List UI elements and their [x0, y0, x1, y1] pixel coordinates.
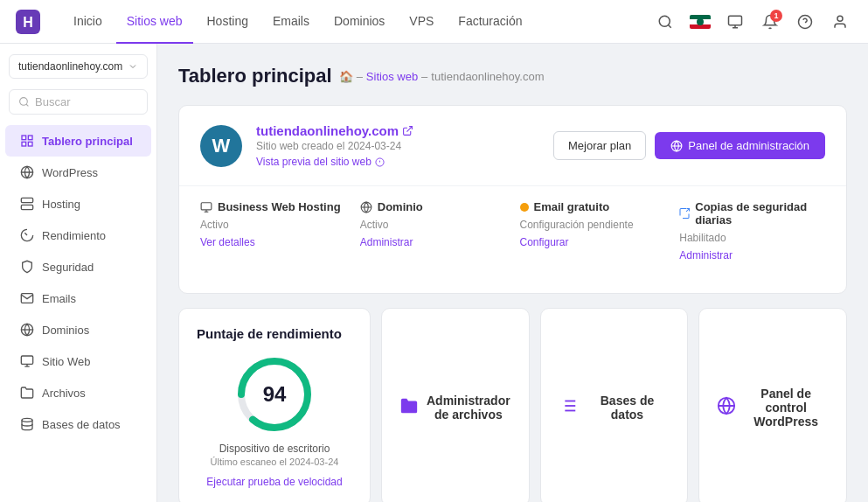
widget-archivos-label: Administrador de archivos: [426, 394, 511, 422]
nav-right: 1: [651, 8, 854, 36]
site-info: tutiendaonlinehoy.com Sitio web creado e…: [256, 123, 539, 168]
performance-last-scan: Último escaneo el 2024-03-24: [197, 457, 352, 467]
service-email-title: Email gratuito: [520, 200, 666, 213]
services-row: Business Web Hosting Activo Ver detalles…: [200, 200, 825, 261]
service-backup-title: Copias de seguridad diarias: [679, 200, 825, 227]
nav-hosting[interactable]: Hosting: [197, 0, 259, 44]
service-backup: Copias de seguridad diarias Habilitado A…: [679, 200, 825, 261]
domain-selector[interactable]: tutiendaonlinehoy.com: [9, 54, 148, 79]
nav-inicio[interactable]: Inicio: [63, 0, 113, 44]
service-hosting: Business Web Hosting Activo Ver detalles: [200, 200, 346, 261]
service-dominio-link[interactable]: Administrar: [360, 236, 506, 248]
monitor-icon: [19, 353, 35, 369]
sidebar-item-tablero[interactable]: Tablero principal: [5, 125, 151, 157]
sidebar-search[interactable]: Buscar: [9, 89, 148, 115]
shield-icon: [19, 259, 35, 275]
sidebar-item-seguridad[interactable]: Seguridad: [5, 251, 151, 282]
svg-rect-11: [28, 142, 32, 146]
panel-admin-button[interactable]: Panel de administración: [655, 132, 825, 159]
widget-archivos[interactable]: Administrador de archivos: [381, 308, 530, 502]
nav-vps[interactable]: VPS: [399, 0, 444, 44]
user-icon[interactable]: [826, 8, 854, 36]
service-dominio-title: Dominio: [360, 200, 506, 213]
breadcrumb-sep: –: [357, 70, 363, 83]
svg-point-6: [837, 16, 843, 21]
site-preview-link[interactable]: Vista previa del sitio web: [256, 156, 539, 168]
wp-logo: W: [200, 125, 242, 167]
sidebar-item-bases-datos[interactable]: Bases de datos: [5, 408, 151, 440]
service-backup-link[interactable]: Administrar: [679, 249, 825, 261]
database-widget-icon: [559, 396, 578, 418]
notifications-icon[interactable]: 1: [756, 8, 784, 36]
site-card: W tutiendaonlinehoy.com Sitio web creado…: [178, 105, 847, 294]
sidebar-item-rendimiento[interactable]: Rendimiento: [5, 220, 151, 251]
nav-sitios-web[interactable]: Sitios web: [116, 0, 193, 44]
performance-card: Puntaje de rendimiento 94 Dispositivo de…: [178, 308, 371, 502]
sidebar-item-label: Sitio Web: [42, 355, 90, 368]
service-hosting-link[interactable]: Ver detalles: [200, 236, 346, 248]
service-hosting-title: Business Web Hosting: [200, 200, 346, 213]
sidebar-item-wordpress[interactable]: WordPress: [5, 157, 151, 188]
folder-icon: [19, 385, 35, 401]
widget-bases-datos[interactable]: Bases de datos: [540, 308, 689, 502]
server-icon: [19, 196, 35, 212]
breadcrumb-sitios[interactable]: Sitios web: [366, 70, 418, 83]
sidebar-item-label: Emails: [42, 292, 76, 305]
sidebar-item-dominios[interactable]: Dominios: [5, 314, 151, 345]
performance-title: Puntaje de rendimiento: [197, 326, 352, 341]
svg-point-22: [22, 418, 32, 422]
gauge-icon: [19, 227, 35, 243]
breadcrumb-domain: tutiendaonlinehoy.com: [431, 70, 544, 83]
page-header: Tablero principal 🏠 – Sitios web – tutie…: [178, 65, 847, 87]
selected-domain: tutiendaonlinehoy.com: [18, 60, 122, 73]
svg-text:H: H: [23, 15, 33, 30]
site-name[interactable]: tutiendaonlinehoy.com: [256, 123, 539, 138]
service-email: Email gratuito Configuración pendiente C…: [520, 200, 666, 261]
sidebar-item-sitio-web[interactable]: Sitio Web: [5, 345, 151, 377]
sidebar-item-label: Hosting: [42, 198, 80, 211]
nav-facturacion[interactable]: Facturación: [448, 0, 532, 44]
page-title: Tablero principal: [178, 65, 332, 87]
service-email-status: Configuración pendiente: [520, 219, 666, 231]
card-divider: [179, 185, 846, 186]
app-logo[interactable]: H: [14, 8, 42, 36]
svg-point-2: [659, 16, 670, 26]
widget-panel-wp[interactable]: Panel de control WordPress: [698, 308, 847, 502]
sidebar-item-archivos[interactable]: Archivos: [5, 377, 151, 408]
sidebar-item-label: Seguridad: [42, 261, 94, 274]
database-icon: [19, 416, 35, 432]
mail-icon: [19, 290, 35, 306]
service-dominio: Dominio Activo Administrar: [360, 200, 506, 261]
display-icon[interactable]: [721, 8, 749, 36]
mejorar-plan-button[interactable]: Mejorar plan: [553, 131, 646, 160]
search-icon[interactable]: [651, 8, 679, 36]
help-icon[interactable]: [791, 8, 819, 36]
wordpress-icon: [19, 164, 35, 180]
site-created: Sitio web creado el 2024-03-24: [256, 140, 539, 152]
nav-dominios[interactable]: Dominios: [323, 0, 395, 44]
nav-emails[interactable]: Emails: [262, 0, 320, 44]
sidebar-item-emails[interactable]: Emails: [5, 282, 151, 314]
top-navigation: H Inicio Sitios web Hosting Emails Domin…: [0, 0, 868, 44]
svg-rect-8: [22, 136, 26, 140]
svg-rect-14: [21, 205, 32, 209]
score-circle-container: 94: [197, 355, 352, 434]
sidebar-item-label: Rendimiento: [42, 229, 106, 242]
svg-rect-29: [201, 202, 212, 209]
sidebar: tutiendaonlinehoy.com Buscar Tablero pri…: [0, 44, 157, 502]
widget-row: Puntaje de rendimiento 94 Dispositivo de…: [178, 308, 847, 502]
widget-bases-label: Bases de datos: [585, 394, 670, 422]
service-dominio-status: Activo: [360, 219, 506, 231]
email-status-dot: [520, 203, 529, 212]
flag-icon[interactable]: [686, 8, 714, 36]
sidebar-item-hosting[interactable]: Hosting: [5, 188, 151, 220]
svg-rect-3: [729, 16, 742, 25]
run-speed-test-link[interactable]: Ejecutar prueba de velocidad: [197, 476, 352, 488]
svg-rect-19: [21, 356, 32, 364]
service-email-link[interactable]: Configurar: [520, 236, 666, 248]
site-actions: Mejorar plan Panel de administración: [553, 131, 825, 160]
wp-widget-icon: [717, 396, 736, 418]
performance-device: Dispositivo de escritorio: [197, 443, 352, 455]
service-hosting-status: Activo: [200, 219, 346, 231]
main-content: Tablero principal 🏠 – Sitios web – tutie…: [157, 44, 868, 502]
